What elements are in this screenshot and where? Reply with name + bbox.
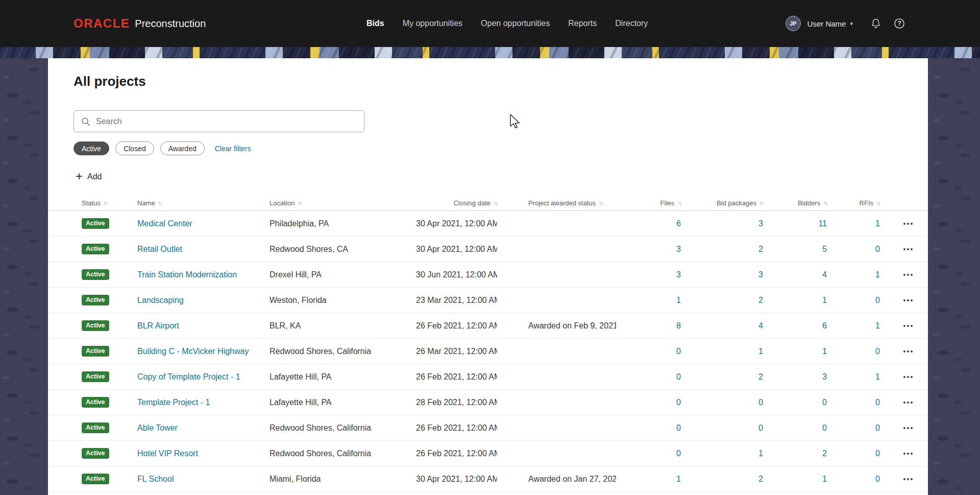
bid-packages-count-link[interactable]: 2 <box>758 296 763 304</box>
bidders-count-link[interactable]: 1 <box>822 475 827 483</box>
rfis-count-link[interactable]: 0 <box>875 296 880 304</box>
nav-item-reports[interactable]: Reports <box>568 19 597 28</box>
project-name-link[interactable]: Landscaping <box>137 296 184 304</box>
bid-packages-count-link[interactable]: 1 <box>758 347 763 356</box>
nav-item-open-opportunities[interactable]: Open opportunities <box>481 19 550 28</box>
project-name-link[interactable]: FL School <box>137 475 174 483</box>
bid-packages-count-link[interactable]: 4 <box>758 321 763 330</box>
rfis-count-link[interactable]: 0 <box>875 449 880 458</box>
bid-packages-count-link[interactable]: 3 <box>758 219 763 228</box>
filter-chip-active[interactable]: Active <box>74 142 109 155</box>
user-menu[interactable]: User Name <box>807 19 846 28</box>
files-count-link[interactable]: 0 <box>676 449 681 458</box>
row-actions-ellipsis-button[interactable] <box>901 245 915 253</box>
project-name-link[interactable]: Hotel VIP Resort <box>137 449 198 458</box>
rfis-count-link[interactable]: 0 <box>875 398 880 407</box>
add-project-button[interactable]: + Add <box>76 169 102 184</box>
filter-chip-closed[interactable]: Closed <box>115 142 154 155</box>
column-header-status[interactable]: Status ↑↓ <box>82 199 137 207</box>
project-name-link[interactable]: BLR Airport <box>137 321 179 330</box>
search-input[interactable] <box>91 111 364 132</box>
row-actions-ellipsis-button[interactable] <box>901 450 915 458</box>
chevron-down-icon[interactable]: ▾ <box>850 20 853 27</box>
bidders-count-link[interactable]: 5 <box>822 245 827 253</box>
table-row: Active Copy of Template Project - 1 Lafa… <box>48 364 928 390</box>
help-icon[interactable]: ? <box>893 17 905 30</box>
bidders-count-link[interactable]: 4 <box>822 270 827 279</box>
row-actions-ellipsis-button[interactable] <box>901 347 915 356</box>
rfis-count-link[interactable]: 0 <box>875 245 880 253</box>
row-actions-ellipsis-button[interactable] <box>901 322 915 330</box>
avatar[interactable]: JP <box>786 16 801 31</box>
projects-table: Status ↑↓ Name ↑↓ Location ↑↓ Closing da… <box>48 195 928 492</box>
actions-cell <box>880 322 915 330</box>
bidders-count-link[interactable]: 1 <box>822 296 827 304</box>
bidders-count-link[interactable]: 0 <box>822 423 827 432</box>
column-header-bid-packages[interactable]: Bid packages ↑↓ <box>681 199 763 207</box>
bidders-count-link[interactable]: 2 <box>822 449 827 458</box>
row-actions-ellipsis-button[interactable] <box>901 475 915 483</box>
column-header-files[interactable]: Files ↑↓ <box>616 199 681 207</box>
bid-packages-count-link[interactable]: 2 <box>758 372 763 381</box>
files-count-link[interactable]: 1 <box>676 296 681 304</box>
rfis-count-link[interactable]: 1 <box>875 219 880 228</box>
rfis-count-link[interactable]: 1 <box>875 321 880 330</box>
rfis-count-link[interactable]: 0 <box>875 347 880 356</box>
notifications-bell-icon[interactable] <box>870 18 881 29</box>
closing-date-cell: 26 Feb 2021, 12:00 AM <box>416 321 497 331</box>
files-count-link[interactable]: 0 <box>676 347 681 356</box>
column-header-project-awarded-status[interactable]: Project awarded status ↑↓ <box>497 199 616 207</box>
bid-packages-count-link[interactable]: 0 <box>758 398 763 407</box>
bidders-count-link[interactable]: 11 <box>818 219 827 228</box>
bidders-count-link[interactable]: 0 <box>822 398 827 407</box>
bid-packages-count-link[interactable]: 2 <box>758 245 763 253</box>
actions-cell <box>880 271 915 279</box>
row-actions-ellipsis-button[interactable] <box>901 398 915 407</box>
bidders-count-link[interactable]: 1 <box>822 347 827 356</box>
nav-item-bids[interactable]: Bids <box>366 19 384 28</box>
actions-cell <box>880 424 915 432</box>
files-count-link[interactable]: 6 <box>676 219 681 228</box>
bidders-count-link[interactable]: 3 <box>822 372 827 381</box>
project-name-link[interactable]: Template Project - 1 <box>137 398 210 407</box>
rfis-count-link[interactable]: 0 <box>875 423 880 432</box>
bid-packages-count-link[interactable]: 1 <box>758 449 763 458</box>
column-header-location[interactable]: Location ↑↓ <box>270 199 416 207</box>
project-name-link[interactable]: Able Tower <box>137 423 178 432</box>
row-actions-ellipsis-button[interactable] <box>901 271 915 279</box>
filter-chip-awarded[interactable]: Awarded <box>160 142 205 155</box>
files-count-link[interactable]: 3 <box>676 245 681 253</box>
nav-item-my-opportunities[interactable]: My opportunities <box>403 19 462 28</box>
row-actions-ellipsis-button[interactable] <box>901 373 915 381</box>
row-actions-ellipsis-button[interactable] <box>901 296 915 304</box>
bidders-count-link[interactable]: 6 <box>822 321 827 330</box>
files-count-link[interactable]: 0 <box>676 398 681 407</box>
files-count-link[interactable]: 0 <box>676 423 681 432</box>
bid-packages-cell: 4 <box>681 321 763 331</box>
files-count-link[interactable]: 8 <box>676 321 681 330</box>
project-name-link[interactable]: Copy of Template Project - 1 <box>137 372 240 381</box>
search-box <box>74 110 364 132</box>
rfis-count-link[interactable]: 1 <box>875 270 880 279</box>
project-name-link[interactable]: Retail Outlet <box>137 245 182 253</box>
project-name-link[interactable]: Medical Center <box>137 219 192 228</box>
column-header-bidders[interactable]: Bidders ↑↓ <box>763 199 827 207</box>
nav-item-directory[interactable]: Directory <box>615 19 648 28</box>
files-count-link[interactable]: 1 <box>676 475 681 483</box>
column-header-closing-date[interactable]: Closing date ↑↓ <box>416 199 497 207</box>
row-actions-ellipsis-button[interactable] <box>901 424 915 432</box>
project-name-link[interactable]: Train Station Modernization <box>137 270 237 279</box>
bid-packages-count-link[interactable]: 0 <box>758 423 763 432</box>
bid-packages-count-link[interactable]: 2 <box>758 475 763 483</box>
rfis-count-link[interactable]: 1 <box>875 372 880 381</box>
clear-filters-link[interactable]: Clear filters <box>215 145 251 153</box>
column-header-rfis[interactable]: RFIs ↑↓ <box>827 199 880 207</box>
rfis-count-link[interactable]: 0 <box>875 475 880 483</box>
files-count-link[interactable]: 0 <box>676 372 681 381</box>
files-count-link[interactable]: 3 <box>676 270 681 279</box>
bidders-cell: 0 <box>763 423 827 433</box>
row-actions-ellipsis-button[interactable] <box>901 220 915 228</box>
project-name-link[interactable]: Building C - McVicker Highway <box>137 347 249 356</box>
bid-packages-count-link[interactable]: 3 <box>758 270 763 279</box>
column-header-name[interactable]: Name ↑↓ <box>137 199 270 207</box>
